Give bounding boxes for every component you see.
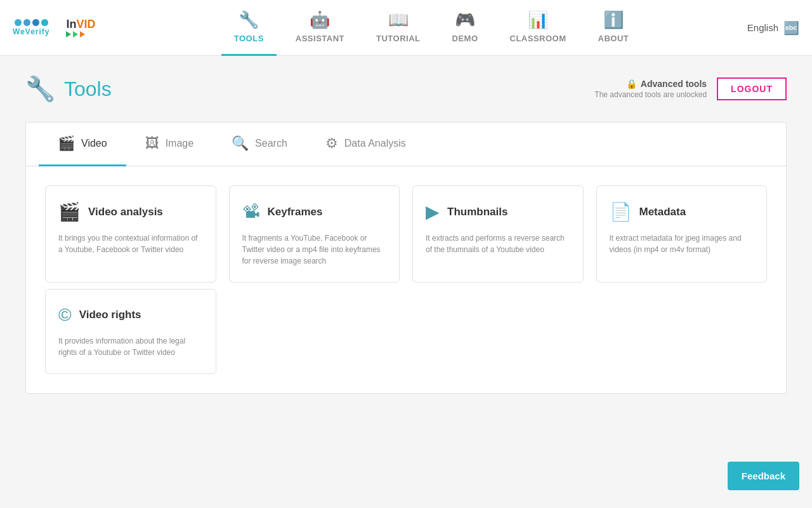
- classroom-icon: 📊: [528, 10, 549, 30]
- tab-search[interactable]: 🔍 Search: [213, 123, 306, 166]
- demo-icon: 🎮: [455, 10, 476, 30]
- card-title-video-analysis: Video analysis: [88, 206, 163, 218]
- nav-classroom[interactable]: 📊 CLASSROOM: [497, 0, 579, 56]
- assistant-icon: 🤖: [310, 10, 331, 30]
- arrow-2: [73, 31, 78, 37]
- advanced-tools-area: 🔒 Advanced tools The advanced tools are …: [594, 77, 787, 100]
- video-analysis-icon: 🎬: [58, 201, 81, 222]
- dot-3: [32, 19, 39, 26]
- advanced-tools-label: Advanced tools: [641, 79, 707, 89]
- dot-4: [41, 19, 48, 26]
- tutorial-icon: 📖: [388, 10, 409, 30]
- feedback-button[interactable]: Feedback: [728, 462, 799, 490]
- tab-image[interactable]: 🖼 Image: [126, 123, 213, 166]
- dot-1: [15, 19, 22, 26]
- tool-cards-grid: 🎬 Video analysis It brings you the conte…: [26, 166, 786, 289]
- page-title: Tools: [64, 77, 112, 101]
- card-title-thumbnails: Thumbnails: [447, 206, 508, 218]
- language-text: English: [747, 22, 778, 33]
- metadata-icon: 📄: [610, 201, 632, 222]
- tab-video[interactable]: 🎬 Video: [39, 123, 126, 166]
- card-desc-video-rights: It provides information about the legal …: [58, 335, 203, 358]
- nav-assistant[interactable]: 🤖 ASSISTANT: [283, 0, 357, 56]
- keyframes-icon: 📽: [242, 201, 260, 222]
- lock-icon: 🔒: [626, 79, 637, 89]
- logo-area: WeVerify InVID: [13, 18, 140, 37]
- card-video-rights[interactable]: © Video rights It provides information a…: [45, 289, 216, 374]
- main-nav: 🔧 TOOLS 🤖 ASSISTANT 📖 TUTORIAL 🎮 DEMO 📊 …: [140, 0, 723, 56]
- nav-tutorial[interactable]: 📖 TUTORIAL: [363, 0, 433, 56]
- card-title-keyframes: Keyframes: [268, 206, 323, 218]
- advanced-tools-info: 🔒 Advanced tools The advanced tools are …: [594, 79, 707, 99]
- nav-demo[interactable]: 🎮 DEMO: [440, 0, 491, 56]
- tabs: 🎬 Video 🖼 Image 🔍 Search ⚙ Data Analysis: [26, 123, 786, 166]
- about-icon: ℹ️: [603, 10, 624, 30]
- page-content: 🔧 Tools 🔒 Advanced tools The advanced to…: [0, 56, 812, 413]
- card-desc-keyframes: It fragments a YouTube, Facebook or Twit…: [242, 232, 387, 267]
- tools-icon: 🔧: [239, 10, 259, 30]
- thumbnails-icon: ▶: [426, 201, 440, 222]
- page-header: 🔧 Tools 🔒 Advanced tools The advanced to…: [25, 75, 787, 103]
- advanced-tools-sub: The advanced tools are unlocked: [594, 90, 707, 99]
- video-tab-icon: 🎬: [58, 135, 75, 152]
- card-title-video-rights: Video rights: [79, 309, 141, 321]
- wrench-icon: 🔧: [25, 75, 55, 103]
- page-title-area: 🔧 Tools: [25, 75, 112, 103]
- tool-cards-grid-row2: © Video rights It provides information a…: [26, 289, 786, 374]
- data-analysis-tab-icon: ⚙: [325, 135, 338, 152]
- image-tab-icon: 🖼: [145, 135, 159, 152]
- weverify-logo: WeVerify: [13, 19, 49, 36]
- arrow-3: [80, 31, 85, 37]
- card-desc-metadata: It extract metadata for jpeg images and …: [610, 232, 754, 255]
- translate-icon[interactable]: 🔤: [783, 20, 799, 36]
- card-thumbnails[interactable]: ▶ Thumbnails It extracts and performs a …: [412, 185, 584, 283]
- logo-dots: [15, 19, 48, 26]
- dot-2: [23, 19, 30, 26]
- card-keyframes[interactable]: 📽 Keyframes It fragments a YouTube, Face…: [229, 185, 400, 283]
- search-tab-icon: 🔍: [232, 135, 249, 152]
- arrow-1: [66, 31, 71, 37]
- weverify-text: WeVerify: [13, 27, 49, 36]
- card-desc-thumbnails: It extracts and performs a reverse searc…: [426, 232, 570, 255]
- card-video-analysis[interactable]: 🎬 Video analysis It brings you the conte…: [45, 185, 216, 283]
- nav-about[interactable]: ℹ️ ABOUT: [586, 0, 642, 56]
- card-desc-video-analysis: It brings you the contextual information…: [58, 232, 203, 255]
- invid-logo: InVID: [66, 18, 95, 37]
- logout-button[interactable]: LOGOUT: [717, 77, 787, 100]
- nav-tools[interactable]: 🔧 TOOLS: [221, 0, 277, 56]
- tab-data-analysis[interactable]: ⚙ Data Analysis: [306, 123, 425, 166]
- language-area: English 🔤: [723, 20, 799, 36]
- header: WeVerify InVID 🔧 TOOLS 🤖 ASSISTANT 📖 TUT…: [0, 0, 812, 56]
- card-metadata[interactable]: 📄 Metadata It extract metadata for jpeg …: [596, 185, 768, 283]
- card-title-metadata: Metadata: [639, 206, 686, 218]
- video-rights-icon: ©: [58, 305, 72, 325]
- tab-container: 🎬 Video 🖼 Image 🔍 Search ⚙ Data Analysis…: [25, 122, 787, 394]
